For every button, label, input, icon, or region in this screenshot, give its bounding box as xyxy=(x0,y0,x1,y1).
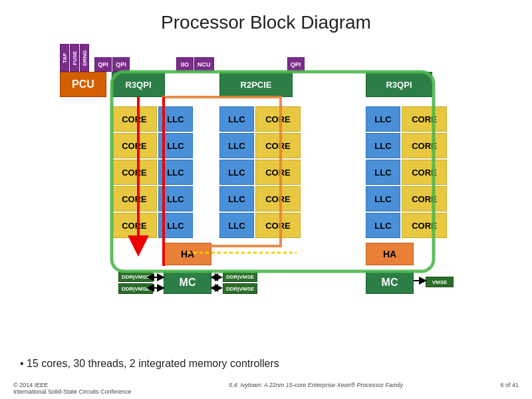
r3qpi-right-block: R3QPI xyxy=(366,72,432,97)
center-row-3: LLC CORE xyxy=(219,160,301,185)
mc-left-block: MC xyxy=(164,271,211,294)
ncu-label: NCU xyxy=(194,57,214,72)
ha-right-block: HA xyxy=(366,243,414,265)
r2pcie-block: R2PCIE xyxy=(219,72,293,97)
core-block: CORE xyxy=(112,213,157,238)
core-block: CORE xyxy=(112,106,157,132)
core-block: CORE xyxy=(255,160,301,185)
left-row-3: CORE LLC xyxy=(112,160,193,185)
llc-block: LLC xyxy=(158,106,193,132)
center-row-1: LLC CORE xyxy=(219,106,301,132)
llc-block: LLC xyxy=(366,133,400,158)
core-block: CORE xyxy=(402,186,447,211)
tap-fuse-drng-group: TAP FUSE DRNG xyxy=(60,40,89,72)
tap-label: TAP xyxy=(60,44,69,72)
qpi-left-group: QPI QPI xyxy=(94,40,130,72)
core-block: CORE xyxy=(402,106,447,132)
left-row-1: CORE LLC xyxy=(112,106,193,132)
drng-label: DRNG xyxy=(80,44,89,72)
center-row-4: LLC CORE xyxy=(219,186,301,211)
footer-left: © 2014 IEEE International Solid-State Ci… xyxy=(13,382,132,395)
qpi-left-2: QPI xyxy=(112,57,130,72)
vmse-right-block: VMSE xyxy=(426,277,454,287)
llc-block: LLC xyxy=(219,133,254,158)
footer-center: 5.4: Ivytown: A 22nm 15-core Enterprise … xyxy=(229,382,403,395)
right-row-5: LLC CORE xyxy=(366,213,447,238)
llc-block: LLC xyxy=(219,186,254,211)
left-row-4: CORE LLC xyxy=(112,186,193,211)
right-row-3: LLC CORE xyxy=(366,160,447,185)
llc-block: LLC xyxy=(366,160,400,185)
core-block: CORE xyxy=(112,160,157,185)
core-block: CORE xyxy=(402,213,447,238)
llc-block: LLC xyxy=(219,213,254,238)
llc-block: LLC xyxy=(219,160,254,185)
core-block: CORE xyxy=(255,186,301,211)
qpi-right-group: QPI xyxy=(287,40,305,72)
right-row-1: LLC CORE xyxy=(366,106,447,132)
right-cluster: LLC CORE LLC CORE LLC CORE LLC CORE LLC … xyxy=(366,106,447,238)
footer: © 2014 IEEE International Solid-State Ci… xyxy=(0,382,532,395)
llc-block: LLC xyxy=(366,186,400,211)
llc-block: LLC xyxy=(366,106,400,132)
fuse-label: FUSE xyxy=(70,44,79,72)
arrow-vmse xyxy=(414,277,427,285)
llc-block: LLC xyxy=(158,186,193,211)
core-block: CORE xyxy=(112,186,157,211)
qpi-left-1: QPI xyxy=(94,57,112,72)
bottom-section: • 15 cores, 30 threads, 2 integrated mem… xyxy=(20,358,512,374)
left-row-2: CORE LLC xyxy=(112,133,193,158)
center-row-2: LLC CORE xyxy=(219,133,301,158)
iio-label: IIO xyxy=(176,57,194,72)
arrow-center xyxy=(211,271,265,294)
iio-ncu-group: IIO NCU xyxy=(176,40,214,72)
core-block: CORE xyxy=(112,133,157,158)
core-block: CORE xyxy=(402,160,447,185)
qpi-right-1: QPI xyxy=(287,57,305,72)
center-cluster: LLC CORE LLC CORE LLC CORE LLC CORE LLC … xyxy=(219,106,301,238)
llc-block: LLC xyxy=(158,160,193,185)
mc-right-block: MC xyxy=(366,271,414,294)
left-cluster: CORE LLC CORE LLC CORE LLC CORE LLC CORE… xyxy=(112,106,193,238)
bullet-text: • 15 cores, 30 threads, 2 integrated mem… xyxy=(20,358,512,370)
ha-left-block: HA xyxy=(164,243,211,265)
llc-block: LLC xyxy=(158,133,193,158)
top-labels: TAP FUSE DRNG QPI QPI IIO NCU QPI xyxy=(60,40,305,72)
left-row-5: CORE LLC xyxy=(112,213,193,238)
right-row-4: LLC CORE xyxy=(366,186,447,211)
pcu-block: PCU xyxy=(60,72,106,97)
llc-block: LLC xyxy=(366,213,400,238)
diagram-container: TAP FUSE DRNG QPI QPI IIO NCU QPI PCU R3… xyxy=(40,40,492,326)
center-row-5: LLC CORE xyxy=(219,213,301,238)
footer-right: 6 of 41 xyxy=(500,382,519,395)
r3qpi-left-block: R3QPI xyxy=(112,72,165,97)
right-row-2: LLC CORE xyxy=(366,133,447,158)
arrow-left xyxy=(112,271,165,294)
llc-block: LLC xyxy=(158,213,193,238)
core-block: CORE xyxy=(255,106,301,132)
page-title: Processor Block Diagram xyxy=(0,0,532,40)
core-block: CORE xyxy=(255,133,301,158)
core-block: CORE xyxy=(402,133,447,158)
core-block: CORE xyxy=(255,213,301,238)
llc-block: LLC xyxy=(219,106,254,132)
